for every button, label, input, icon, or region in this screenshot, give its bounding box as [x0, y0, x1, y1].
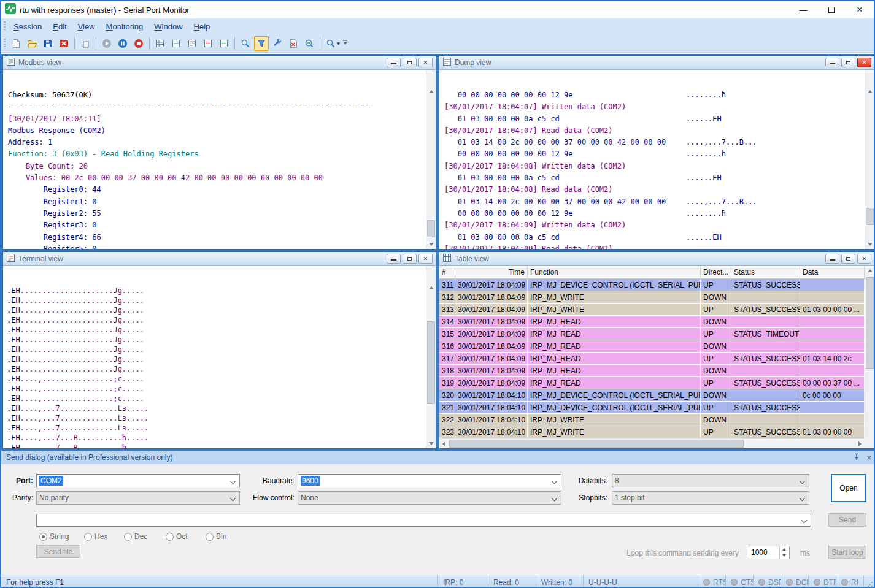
- terminal-view-content[interactable]: .EH.....................Jg......EH......…: [3, 266, 436, 448]
- mode-radio-hex[interactable]: Hex: [84, 532, 107, 541]
- port-combobox[interactable]: COM2: [36, 474, 240, 487]
- table-column-header[interactable]: #: [439, 266, 455, 278]
- menu-window[interactable]: Window: [148, 20, 188, 33]
- mode-radio-bin[interactable]: Bin: [206, 532, 226, 541]
- terminal-view-button[interactable]: [201, 36, 215, 51]
- table-column-header[interactable]: Time: [455, 266, 528, 278]
- send-file-button[interactable]: Send file: [36, 545, 80, 558]
- pause-monitoring-button[interactable]: [115, 36, 130, 51]
- scroll-right-arrow[interactable]: [858, 441, 862, 446]
- dump-view-titlebar[interactable]: Dump view ▬ ✕: [439, 56, 874, 70]
- start-loop-button[interactable]: Start loop: [828, 546, 866, 559]
- table-restore-button[interactable]: [841, 254, 855, 264]
- table-row[interactable]: 31630/01/2017 18:04:09IRP_MJ_READDOWN: [439, 340, 865, 353]
- spinner-up-icon[interactable]: [782, 548, 786, 551]
- start-monitoring-button[interactable]: [99, 36, 114, 51]
- dump-vscrollbar[interactable]: [865, 70, 874, 249]
- terminal-vscrollbar[interactable]: [426, 266, 436, 448]
- dump-view-content[interactable]: 00 00 00 00 00 00 00 12 9e........ħ[30/0…: [439, 70, 874, 249]
- baudrate-combobox[interactable]: 9600: [298, 474, 561, 487]
- table-column-header[interactable]: Function: [528, 266, 701, 278]
- terminal-close-button[interactable]: ✕: [418, 254, 433, 264]
- table-column-header[interactable]: Data: [800, 266, 865, 278]
- scroll-down-arrow[interactable]: [426, 439, 436, 448]
- table-view-titlebar[interactable]: Table view ▬ ✕: [439, 252, 874, 266]
- open-button[interactable]: Open: [831, 474, 866, 502]
- table-hscrollbar[interactable]: [439, 438, 865, 448]
- stop-monitoring-button[interactable]: [131, 36, 146, 51]
- databits-combobox[interactable]: 8: [612, 474, 809, 487]
- minimize-button[interactable]: —: [789, 1, 817, 18]
- modbus-vscrollbar[interactable]: [426, 70, 436, 249]
- modbus-close-button[interactable]: ✕: [418, 58, 433, 67]
- table-row[interactable]: 31930/01/2017 18:04:09IRP_MJ_READUPSTATU…: [439, 377, 865, 389]
- modbus-minimize-button[interactable]: ▬: [387, 58, 401, 67]
- table-vscrollbar[interactable]: [865, 266, 874, 448]
- scroll-thumb[interactable]: [427, 321, 435, 404]
- table-row[interactable]: 31530/01/2017 18:04:09IRP_MJ_READUPSTATU…: [439, 328, 865, 340]
- pin-icon[interactable]: [853, 453, 860, 462]
- filter-setup-button[interactable]: [270, 36, 285, 51]
- copy-button[interactable]: [78, 36, 93, 51]
- modbus-view-button[interactable]: [217, 36, 231, 51]
- menu-view[interactable]: View: [72, 20, 101, 33]
- search-dropdown-button[interactable]: [323, 36, 338, 51]
- dump-minimize-button[interactable]: ▬: [825, 58, 839, 67]
- table-row[interactable]: 31230/01/2017 18:04:09IRP_MJ_WRITEDOWN: [439, 291, 865, 304]
- open-session-button[interactable]: [25, 36, 39, 51]
- mode-radio-string[interactable]: String: [39, 532, 69, 541]
- maximize-button[interactable]: [817, 1, 846, 18]
- table-row[interactable]: 31730/01/2017 18:04:09IRP_MJ_READUPSTATU…: [439, 353, 865, 365]
- dump-close-button[interactable]: ✕: [857, 58, 871, 67]
- scroll-up-arrow[interactable]: [865, 87, 874, 96]
- table-view-content[interactable]: #TimeFunctionDirect...StatusData 31130/0…: [439, 266, 874, 448]
- menu-help[interactable]: Help: [188, 20, 216, 33]
- table-row[interactable]: 31430/01/2017 18:04:09IRP_MJ_READDOWN: [439, 316, 865, 328]
- terminal-minimize-button[interactable]: ▬: [387, 254, 401, 264]
- dump-restore-button[interactable]: [841, 58, 855, 67]
- menu-monitoring[interactable]: Monitoring: [101, 20, 149, 33]
- table-close-button[interactable]: ✕: [857, 254, 871, 264]
- table-column-header[interactable]: Status: [731, 266, 800, 278]
- modbus-view-content[interactable]: Checksum: 50637(OK)---------------------…: [3, 70, 436, 249]
- menu-session[interactable]: Session: [8, 20, 47, 33]
- scroll-down-arrow[interactable]: [865, 240, 874, 249]
- scroll-thumb[interactable]: [449, 440, 744, 448]
- send-command-input[interactable]: [36, 514, 811, 527]
- scroll-up-arrow[interactable]: [426, 87, 436, 96]
- table-row[interactable]: 31130/01/2017 18:04:09IRP_MJ_DEVICE_CONT…: [439, 279, 865, 291]
- loop-interval-spinner[interactable]: 1000: [747, 546, 790, 559]
- clear-button[interactable]: [286, 36, 301, 51]
- parity-combobox[interactable]: No parity: [36, 491, 240, 505]
- scroll-down-arrow[interactable]: [426, 240, 436, 249]
- terminal-restore-button[interactable]: [403, 254, 417, 264]
- close-session-button[interactable]: [56, 36, 71, 51]
- flow-control-combobox[interactable]: None: [298, 491, 561, 505]
- scroll-thumb[interactable]: [866, 277, 874, 369]
- line-view-button[interactable]: [169, 36, 183, 51]
- stopbits-combobox[interactable]: 1 stop bit: [612, 491, 809, 505]
- menu-edit[interactable]: Edit: [47, 20, 72, 33]
- modbus-view-titlebar[interactable]: Modbus view ▬ ✕: [3, 56, 436, 70]
- filter-button[interactable]: [254, 36, 269, 51]
- scroll-up-arrow[interactable]: [865, 266, 874, 275]
- table-row[interactable]: 32030/01/2017 18:04:10IRP_MJ_DEVICE_CONT…: [439, 389, 865, 402]
- table-row[interactable]: 31830/01/2017 18:04:09IRP_MJ_READDOWN: [439, 365, 865, 377]
- spinner-down-icon[interactable]: [782, 554, 786, 557]
- table-row[interactable]: 32230/01/2017 18:04:10IRP_MJ_WRITEDOWN: [439, 414, 865, 426]
- close-button[interactable]: ×: [846, 1, 874, 18]
- dump-view-button[interactable]: [185, 36, 199, 51]
- scroll-thumb[interactable]: [427, 220, 435, 237]
- new-session-button[interactable]: [9, 36, 23, 51]
- search-button[interactable]: [238, 36, 253, 51]
- table-view-button[interactable]: [153, 36, 168, 51]
- search-next-button[interactable]: [302, 36, 317, 51]
- table-minimize-button[interactable]: ▬: [825, 254, 839, 264]
- chevron-down-icon[interactable]: ▾: [337, 40, 340, 47]
- table-column-header[interactable]: Direct...: [701, 266, 731, 278]
- mode-radio-dec[interactable]: Dec: [124, 532, 147, 541]
- scroll-up-arrow[interactable]: [426, 283, 436, 292]
- modbus-restore-button[interactable]: [403, 58, 417, 67]
- save-session-button[interactable]: [40, 36, 55, 51]
- table-row[interactable]: 32130/01/2017 18:04:10IRP_MJ_DEVICE_CONT…: [439, 402, 865, 414]
